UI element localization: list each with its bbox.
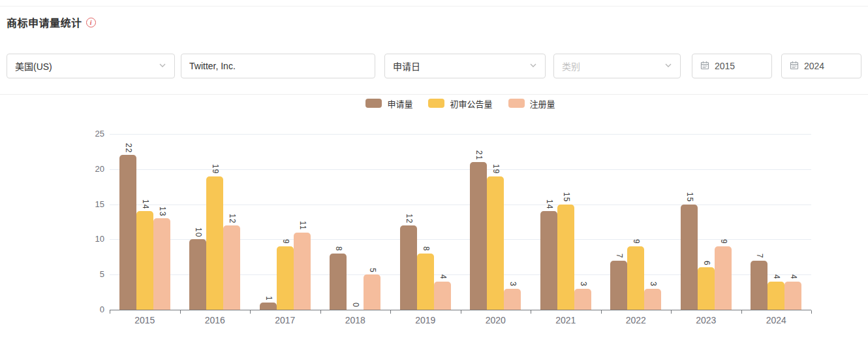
gridline [110, 134, 811, 135]
bar-value-label: 14 [141, 199, 150, 209]
bar-value-label: 8 [334, 246, 343, 252]
bar-value-label: 21 [474, 150, 484, 160]
bar-注册量-2021[interactable] [574, 289, 591, 310]
bar-value-label: 9 [719, 239, 728, 244]
bar-value-label: 9 [632, 239, 641, 244]
x-axis-tick [180, 310, 181, 314]
bar-value-label: 7 [615, 254, 624, 259]
bar-value-label: 4 [789, 274, 798, 280]
bar-value-label: 1 [264, 296, 273, 301]
bar-value-label: 9 [281, 239, 290, 244]
bar-注册量-2024[interactable] [784, 282, 801, 310]
bar-value-label: 12 [405, 214, 414, 223]
x-axis-label: 2021 [531, 315, 601, 325]
x-axis-tick [601, 310, 602, 314]
bar-申请量-2023[interactable] [681, 205, 698, 310]
bar-value-label: 15 [685, 192, 694, 202]
bar-value-label: 3 [579, 282, 588, 287]
bar-value-label: 6 [702, 261, 711, 266]
x-axis-label: 2019 [390, 315, 461, 325]
x-axis-tick [741, 310, 742, 314]
bar-注册量-2022[interactable] [644, 289, 661, 310]
y-axis-label: 10 [78, 234, 104, 244]
bar-申请量-2022[interactable] [610, 261, 627, 310]
bar-初审公告量-2016[interactable] [206, 176, 223, 310]
bar-chart: 0510152025201520162017201820192020202120… [0, 0, 868, 362]
bar-初审公告量-2020[interactable] [487, 176, 504, 310]
bar-注册量-2018[interactable] [364, 274, 380, 310]
bar-value-label: 12 [228, 214, 237, 223]
bar-value-label: 5 [368, 268, 377, 273]
x-axis-tick [320, 310, 321, 314]
bar-value-label: 14 [545, 199, 554, 209]
bar-初审公告量-2024[interactable] [767, 282, 784, 310]
x-axis-label: 2017 [250, 315, 320, 325]
bar-value-label: 15 [562, 192, 571, 202]
x-axis-tick [250, 310, 251, 314]
x-axis-tick [671, 310, 672, 314]
x-axis-tick [390, 310, 391, 314]
y-axis-label: 0 [78, 304, 104, 314]
bar-value-label: 7 [755, 254, 764, 259]
bar-注册量-2016[interactable] [223, 225, 240, 310]
x-axis-tick [531, 310, 531, 314]
bar-初审公告量-2023[interactable] [698, 267, 715, 310]
trademark-stats-panel: 商标申请量统计 i 美国(US) Twitter, Inc. 申请日 类别 20… [0, 0, 868, 362]
bar-申请量-2024[interactable] [751, 261, 767, 310]
x-axis-label: 2023 [671, 315, 741, 325]
bar-value-label: 8 [422, 246, 431, 252]
bar-初审公告量-2022[interactable] [627, 246, 644, 310]
bar-申请量-2021[interactable] [540, 211, 557, 310]
bar-注册量-2015[interactable] [153, 218, 170, 310]
bar-value-label: 3 [508, 282, 518, 287]
bar-value-label: 13 [158, 206, 167, 216]
bar-注册量-2023[interactable] [715, 246, 732, 310]
bar-value-label: 19 [211, 164, 220, 174]
bar-value-label: 4 [772, 274, 781, 280]
bar-申请量-2020[interactable] [470, 162, 487, 310]
y-axis-label: 15 [78, 199, 104, 209]
x-axis-label: 2024 [741, 315, 812, 325]
bar-初审公告量-2021[interactable] [557, 205, 574, 310]
bar-初审公告量-2017[interactable] [277, 246, 294, 310]
bar-value-label: 19 [491, 164, 501, 174]
bar-申请量-2019[interactable] [400, 225, 417, 310]
y-axis-label: 25 [78, 129, 104, 139]
bar-value-label: 22 [124, 143, 133, 153]
x-axis-label: 2020 [461, 315, 531, 325]
bar-申请量-2018[interactable] [330, 254, 347, 310]
bar-注册量-2019[interactable] [434, 282, 451, 310]
bar-申请量-2017[interactable] [260, 303, 277, 310]
x-axis-tick [461, 310, 461, 314]
x-axis-label: 2016 [180, 315, 251, 325]
bar-初审公告量-2015[interactable] [136, 211, 153, 310]
x-axis-label: 2015 [110, 315, 180, 325]
bar-申请量-2016[interactable] [189, 239, 206, 310]
bar-value-label: 4 [439, 274, 448, 280]
bar-注册量-2017[interactable] [294, 233, 311, 310]
bar-value-label: 10 [194, 227, 203, 237]
x-axis-tick [811, 310, 812, 314]
y-axis-label: 20 [78, 164, 104, 174]
bar-value-label: 3 [649, 282, 658, 287]
bar-注册量-2020[interactable] [504, 289, 521, 310]
bar-初审公告量-2019[interactable] [417, 254, 434, 310]
bar-value-label: 0 [351, 303, 360, 308]
x-axis-tick [110, 310, 110, 314]
bar-value-label: 11 [298, 221, 307, 230]
bar-申请量-2015[interactable] [119, 155, 136, 310]
y-axis-label: 5 [78, 269, 104, 279]
x-axis-label: 2022 [601, 315, 672, 325]
x-axis-label: 2018 [320, 315, 391, 325]
